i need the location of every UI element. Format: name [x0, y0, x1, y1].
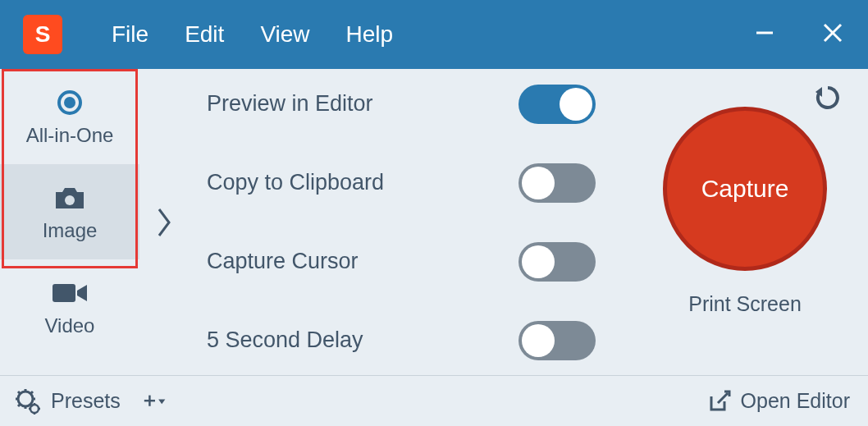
target-icon	[56, 89, 84, 117]
svg-line-16	[18, 404, 21, 406]
menu-view[interactable]: View	[260, 21, 309, 48]
app-logo: S	[23, 15, 62, 54]
capture-button-label: Capture	[701, 175, 789, 203]
video-icon	[51, 281, 89, 305]
sidebar-label-video: Video	[45, 314, 95, 337]
option-clipboard-label: Copy to Clipboard	[207, 170, 519, 195]
open-editor-button[interactable]: Open Editor	[708, 389, 850, 413]
svg-line-15	[30, 392, 33, 394]
svg-point-5	[65, 195, 75, 205]
undo-button[interactable]	[814, 84, 842, 115]
option-clipboard-row: Copy to Clipboard	[207, 163, 622, 203]
toggle-cursor[interactable]	[519, 242, 596, 282]
minimize-icon	[753, 21, 776, 44]
close-icon	[820, 21, 845, 45]
svg-marker-24	[158, 399, 165, 404]
capture-shortcut-label: Print Screen	[688, 292, 802, 316]
sidebar-label-all-in-one: All-in-One	[26, 124, 114, 147]
add-preset-button[interactable]	[144, 393, 167, 410]
close-button[interactable]	[820, 21, 845, 48]
svg-rect-6	[53, 284, 75, 302]
capture-button[interactable]: Capture	[663, 107, 827, 271]
expand-arrow[interactable]	[139, 69, 189, 375]
svg-line-13	[18, 392, 21, 394]
menu-edit[interactable]: Edit	[185, 21, 224, 48]
settings-button[interactable]	[15, 388, 41, 415]
minimize-button[interactable]	[753, 21, 776, 48]
open-editor-label: Open Editor	[741, 389, 850, 413]
option-delay-label: 5 Second Delay	[207, 328, 519, 353]
camera-icon	[53, 184, 87, 212]
gear-icon	[15, 388, 41, 415]
toggle-clipboard[interactable]	[519, 163, 596, 203]
option-cursor-label: Capture Cursor	[207, 249, 519, 274]
sidebar-item-all-in-one[interactable]: All-in-One	[0, 69, 139, 164]
toggle-preview[interactable]	[519, 85, 596, 124]
plus-dropdown-icon	[144, 393, 167, 410]
toggle-delay[interactable]	[519, 321, 596, 360]
option-preview-label: Preview in Editor	[207, 91, 519, 117]
menu-help[interactable]: Help	[346, 21, 394, 48]
undo-icon	[814, 84, 842, 112]
chevron-right-icon	[156, 204, 172, 240]
option-preview-row: Preview in Editor	[207, 85, 622, 124]
svg-point-4	[64, 97, 75, 108]
svg-point-17	[30, 405, 39, 413]
open-editor-icon	[708, 390, 731, 413]
option-delay-row: 5 Second Delay	[207, 321, 622, 360]
presets-label[interactable]: Presets	[51, 389, 121, 413]
sidebar-item-image[interactable]: Image	[0, 164, 139, 259]
menu-file[interactable]: File	[112, 21, 148, 48]
sidebar-item-video[interactable]: Video	[0, 259, 139, 355]
option-cursor-row: Capture Cursor	[207, 242, 622, 282]
sidebar-label-image: Image	[43, 219, 98, 242]
